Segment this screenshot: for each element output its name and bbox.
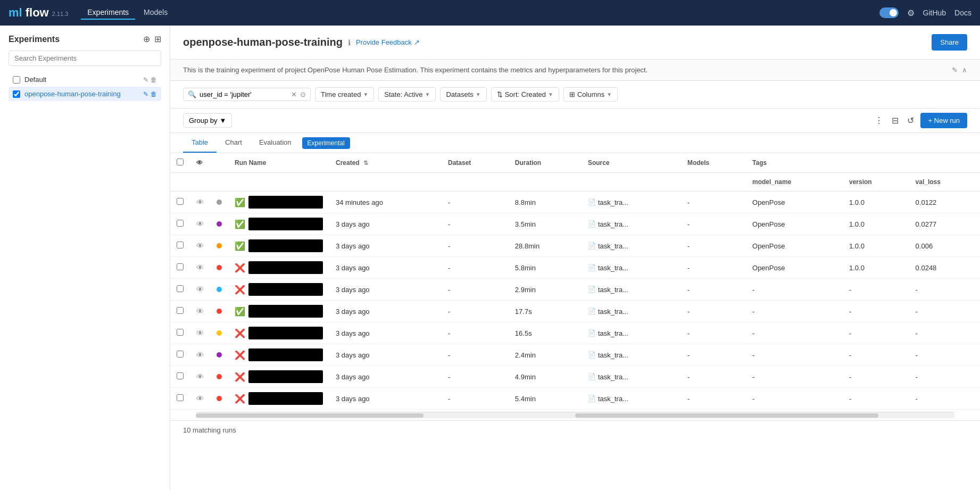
add-experiment-icon[interactable]: ⊕ <box>143 34 150 44</box>
header-models[interactable]: Models <box>681 153 746 173</box>
delete-default-icon[interactable]: 🗑 <box>151 76 157 84</box>
row-eye-icon[interactable]: 👁 <box>196 307 204 315</box>
header-created[interactable]: Created ⇅ <box>329 153 442 173</box>
sidebar-item-openpose[interactable]: openpose-human-pose-training ✎ 🗑 <box>9 87 161 101</box>
row-duration: 28.8min <box>509 235 582 257</box>
scrollbar-thumb-left[interactable] <box>196 413 423 418</box>
tab-evaluation[interactable]: Evaluation <box>251 133 300 153</box>
table-row: 👁 ✅ 3 days ago - 17.7s 📄 task_tra... - -… <box>170 301 980 322</box>
table-row: 👁 ❌ 3 days ago - 16.5s 📄 task_tra... - -… <box>170 322 980 344</box>
row-dataset: - <box>442 366 509 388</box>
settings-icon[interactable]: ⚙ <box>907 8 915 18</box>
columns-chevron: ▼ <box>607 92 612 97</box>
runs-table-wrapper: 👁 Run Name Created ⇅ Dataset Duration So… <box>170 153 980 410</box>
nav-experiments[interactable]: Experiments <box>81 6 135 20</box>
columns-filter[interactable]: ⊞ Columns ▼ <box>563 87 618 102</box>
row-checkbox[interactable] <box>177 285 184 292</box>
table-row: 👁 ❌ 3 days ago - 4.9min 📄 task_tra... - … <box>170 366 980 388</box>
refresh-button[interactable]: ↺ <box>905 113 916 128</box>
row-checkbox[interactable] <box>177 372 184 379</box>
new-run-button[interactable]: + New run <box>920 113 967 128</box>
row-eye-icon[interactable]: 👁 <box>196 198 204 206</box>
theme-toggle[interactable] <box>879 7 899 18</box>
horizontal-scrollbar-area[interactable] <box>170 410 980 420</box>
row-eye-icon[interactable]: 👁 <box>196 220 204 228</box>
sidebar: Experiments ⊕ ⊞ Default ✎ 🗑 openpose-hum… <box>0 26 170 490</box>
nav-links: Experiments Models <box>81 6 866 20</box>
sidebar-item-openpose-checkbox[interactable] <box>13 90 20 98</box>
row-eye-icon[interactable]: 👁 <box>196 394 204 403</box>
header-dataset[interactable]: Dataset <box>442 153 509 173</box>
row-checkbox[interactable] <box>177 351 184 358</box>
source-file-icon: 📄 <box>588 329 596 337</box>
header-run-name[interactable]: Run Name <box>228 153 329 173</box>
tab-chart[interactable]: Chart <box>217 133 251 153</box>
header-model-name[interactable]: model_name <box>746 173 843 192</box>
row-checkbox[interactable] <box>177 307 184 314</box>
tab-experimental[interactable]: Experimental <box>302 137 350 149</box>
row-duration: 17.7s <box>509 301 582 322</box>
table-row: 👁 ✅ 34 minutes ago - 8.8min 📄 task_tra..… <box>170 192 980 213</box>
info-icon[interactable]: ℹ <box>348 38 351 47</box>
sidebar-item-default[interactable]: Default ✎ 🗑 <box>9 72 161 87</box>
more-options-button[interactable]: ⋮ <box>873 113 885 128</box>
select-all-checkbox[interactable] <box>177 159 184 165</box>
scrollbar-track[interactable] <box>196 412 954 418</box>
state-filter[interactable]: State: Active ▼ <box>378 87 436 102</box>
sort-filter[interactable]: ⇅ Sort: Created ▼ <box>491 87 559 102</box>
time-created-filter[interactable]: Time created ▼ <box>315 87 374 102</box>
row-checkbox[interactable] <box>177 394 184 401</box>
header-duration[interactable]: Duration <box>509 153 582 173</box>
run-name-blackout <box>248 196 323 209</box>
github-link[interactable]: GitHub <box>923 9 946 17</box>
clear-search-icon[interactable]: ✕ <box>291 90 297 98</box>
search-experiments-input[interactable] <box>9 51 161 66</box>
collapse-description-icon[interactable]: ∧ <box>962 66 967 74</box>
row-dot-cell <box>210 366 228 388</box>
sidebar-item-default-checkbox[interactable] <box>13 76 20 84</box>
app-layout: Experiments ⊕ ⊞ Default ✎ 🗑 openpose-hum… <box>0 26 980 490</box>
row-checkbox[interactable] <box>177 242 184 248</box>
row-eye-icon[interactable]: 👁 <box>196 263 204 272</box>
row-model-name: - <box>746 279 843 301</box>
datasets-filter[interactable]: Datasets ▼ <box>440 87 486 102</box>
row-checkbox[interactable] <box>177 263 184 270</box>
tab-table[interactable]: Table <box>183 133 217 153</box>
source-file-icon: 📄 <box>588 351 596 359</box>
row-created: 3 days ago <box>329 344 442 366</box>
delete-openpose-icon[interactable]: 🗑 <box>151 90 157 98</box>
provide-feedback-link[interactable]: Provide Feedback ↗ <box>356 38 420 46</box>
row-checkbox[interactable] <box>177 220 184 227</box>
runs-table: 👁 Run Name Created ⇅ Dataset Duration So… <box>170 153 980 410</box>
row-dot-cell <box>210 279 228 301</box>
table-row: 👁 ❌ 3 days ago - 5.8min 📄 task_tra... - … <box>170 257 980 279</box>
group-by-button[interactable]: Group by ▼ <box>183 113 232 128</box>
row-eye-icon[interactable]: 👁 <box>196 285 204 294</box>
row-version: 1.0.0 <box>843 213 909 235</box>
row-models: - <box>681 235 746 257</box>
search-help-icon[interactable]: ⊙ <box>300 90 306 98</box>
row-eye-icon[interactable]: 👁 <box>196 351 204 359</box>
row-eye-icon[interactable]: 👁 <box>196 242 204 250</box>
edit-openpose-icon[interactable]: ✎ <box>143 90 148 98</box>
row-checkbox[interactable] <box>177 198 184 205</box>
header-val-loss[interactable]: val_loss <box>909 173 980 192</box>
row-checkbox[interactable] <box>177 329 184 336</box>
edit-default-icon[interactable]: ✎ <box>143 76 148 84</box>
row-model-name: - <box>746 322 843 344</box>
header-version[interactable]: version <box>843 173 909 192</box>
share-button[interactable]: Share <box>932 34 967 51</box>
edit-description-icon[interactable]: ✎ <box>952 66 958 74</box>
header-source[interactable]: Source <box>582 153 681 173</box>
row-dataset: - <box>442 322 509 344</box>
collapse-sidebar-icon[interactable]: ⊞ <box>154 34 161 44</box>
external-link-icon: ↗ <box>414 38 420 46</box>
grid-view-button[interactable]: ⊟ <box>890 113 901 128</box>
scrollbar-thumb-right[interactable] <box>575 413 878 418</box>
row-eye-icon[interactable]: 👁 <box>196 372 204 381</box>
row-eye-icon[interactable]: 👁 <box>196 329 204 337</box>
nav-models[interactable]: Models <box>137 6 174 20</box>
docs-link[interactable]: Docs <box>954 9 971 17</box>
run-search-input[interactable] <box>200 90 288 98</box>
source-file-icon: 📄 <box>588 286 596 293</box>
